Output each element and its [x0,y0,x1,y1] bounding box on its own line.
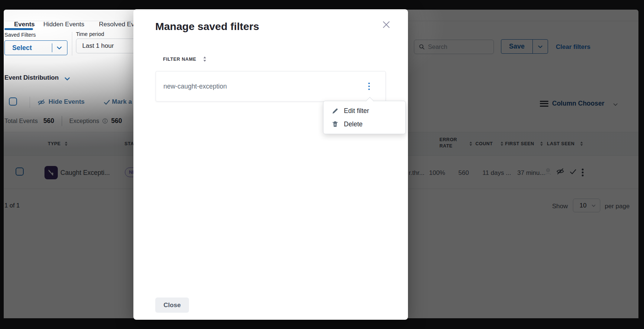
col-header-error-rate-1[interactable]: ERROR [439,137,457,142]
summary-divider [62,116,62,126]
filter-kebab-menu[interactable] [365,80,374,93]
row-kebab-menu[interactable] [578,166,587,179]
col-header-count[interactable]: COUNT [475,141,493,146]
saved-filter-row: new-caught-exception [156,71,386,102]
search-icon [419,44,425,50]
assign-icon[interactable] [544,167,552,176]
page-info: 1 of 1 [4,202,20,209]
clear-filters-link[interactable]: Clear filters [556,43,591,51]
hide-event-icon[interactable] [556,167,565,175]
row-type-text: Caught Excepti... [60,169,110,177]
page-size-value: 10 [573,202,587,209]
chevron-down-icon [537,44,543,50]
column-chooser-icon [540,99,548,108]
col-header-last-seen[interactable]: LAST SEEN [547,141,575,146]
exceptions-label: Exceptions [69,117,99,124]
edit-filter-menu-item[interactable]: Edit filter [323,104,405,117]
delete-filter-menu-item[interactable]: Delete [323,117,405,131]
pencil-icon [332,107,339,114]
active-tab-underline [4,28,33,30]
filterbar-divider [72,32,72,56]
row-last-seen: 37 minu... [517,169,545,177]
filter-context-menu: Edit filter Delete [323,101,406,134]
search-input[interactable] [428,43,484,50]
eye-slash-icon [37,99,46,106]
event-distribution-title: Event Distribution [4,74,59,82]
row-error-rate: 100% [429,169,445,177]
sort-icon[interactable] [64,141,69,147]
edit-filter-label: Edit filter [344,107,369,115]
column-chooser-button[interactable]: Column Chooser [552,100,604,107]
caught-exception-icon [44,166,58,179]
close-icon[interactable] [381,20,391,30]
chevron-down-icon [591,203,596,208]
sort-icon[interactable] [468,141,473,147]
saved-filter-name: new-caught-exception [156,83,365,90]
select-divider [52,43,53,52]
chevron-down-icon[interactable] [613,102,618,107]
saved-filters-select-value: Select [5,44,52,52]
row-first-seen: 11 days ... [482,169,511,177]
toolbar-divider [30,97,30,108]
modal-title: Manage saved filters [155,20,259,33]
mark-as-button[interactable]: Mark a [112,98,132,106]
per-page-label: per page [605,203,630,210]
row-count: 560 [458,169,469,177]
manage-saved-filters-modal: Manage saved filters FILTER NAME new-cau… [133,9,408,320]
sort-icon[interactable] [202,56,207,62]
resolve-check-icon[interactable] [569,168,577,175]
exceptions-value: 560 [111,117,122,125]
hide-events-button[interactable]: Hide Events [49,98,84,106]
save-button-label: Save [501,43,532,50]
col-header-status[interactable]: STA [125,141,134,146]
col-header-first-seen[interactable]: FIRST SEEN [505,141,534,146]
row-message: r.thr... [409,169,425,177]
tab-hidden-events[interactable]: Hidden Events [43,21,84,28]
col-header-type[interactable]: TYPE [48,141,61,146]
tab-events[interactable]: Events [14,21,35,28]
delete-filter-label: Delete [344,120,363,128]
time-period-value: Last 1 hour [82,42,114,50]
sort-icon[interactable] [499,141,504,147]
check-icon [103,99,110,106]
chevron-down-icon [56,44,63,51]
sort-icon[interactable] [539,141,544,147]
col-header-error-rate-2: RATE [439,143,452,149]
save-split-button[interactable]: Save [501,39,548,54]
show-label: Show [552,203,568,210]
select-all-checkbox[interactable] [9,97,17,106]
filter-name-column-header[interactable]: FILTER NAME [163,57,196,62]
info-icon[interactable] [102,118,108,124]
search-box[interactable] [414,40,494,54]
time-period-select[interactable]: Last 1 hour [76,39,140,53]
time-period-label: Time period [76,31,104,37]
total-events-label: Total Events [4,117,38,124]
save-dropdown-toggle[interactable] [533,44,548,50]
saved-filters-label: Saved Filters [4,32,36,38]
close-button[interactable]: Close [155,298,189,313]
row-checkbox[interactable] [16,167,24,176]
trash-icon [332,120,339,128]
chevron-down-icon[interactable] [64,75,71,82]
saved-filters-select[interactable]: Select [4,40,67,55]
total-events-value: 560 [43,117,54,125]
page-size-select[interactable]: 10 [573,199,600,212]
sort-icon[interactable] [579,141,584,147]
